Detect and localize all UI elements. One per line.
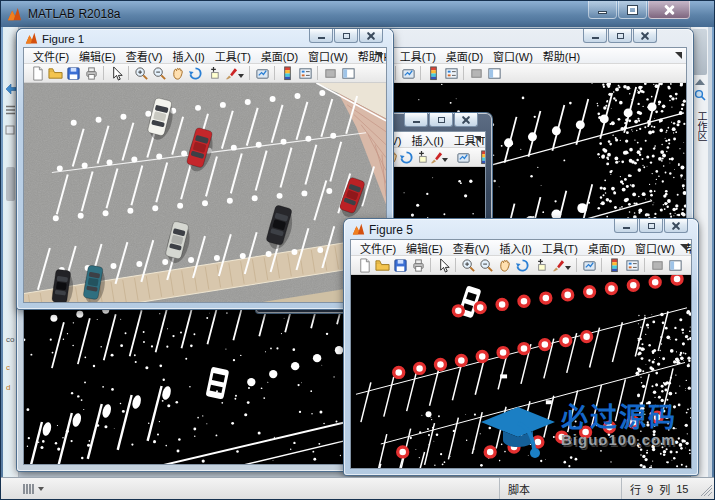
close-button[interactable] [359, 29, 383, 43]
menu-item-5[interactable]: 桌面(D) [256, 48, 303, 64]
collapse-arrow-icon[interactable] [695, 79, 705, 85]
menu-item-6[interactable]: 窗口(W) [488, 48, 538, 64]
pointer-icon[interactable] [107, 65, 125, 81]
menu-item-5[interactable]: 桌面(D) [583, 240, 630, 256]
menu-item-4[interactable]: 工具(T) [395, 48, 441, 64]
maximize-button[interactable] [608, 29, 632, 43]
panel-icon[interactable] [5, 125, 15, 135]
show-plot-tools-icon[interactable] [666, 257, 684, 273]
insert-colorbar-icon[interactable] [605, 257, 623, 273]
data-cursor-icon[interactable] [204, 65, 222, 81]
zoom-out-icon[interactable] [477, 257, 495, 273]
menu-item-5[interactable]: 桌面(D) [441, 48, 488, 64]
workspace-tab-label[interactable]: 工作区 [691, 111, 709, 141]
insert-colorbar-icon[interactable] [278, 65, 296, 81]
brush-dropdown-icon[interactable] [238, 74, 244, 78]
menu-item-1[interactable]: 编辑(E) [74, 48, 121, 64]
brush-dropdown-icon[interactable] [565, 266, 571, 270]
insert-legend-icon[interactable] [296, 65, 314, 81]
insert-colorbar-icon[interactable] [424, 65, 442, 81]
menu-item-7[interactable]: 帮助(H) [538, 48, 585, 64]
insert-colorbar-icon[interactable] [477, 149, 486, 165]
hide-plot-tools-icon[interactable] [467, 65, 485, 81]
new-file-icon[interactable] [28, 65, 46, 81]
minimize-button[interactable] [404, 113, 428, 127]
close-button[interactable] [633, 29, 657, 43]
brush-icon[interactable] [429, 149, 444, 165]
brush-icon[interactable] [222, 65, 240, 81]
show-plot-tools-icon[interactable] [339, 65, 357, 81]
minimize-button[interactable] [588, 1, 617, 19]
dock-pin-icon[interactable] [375, 52, 382, 59]
rotate-3d-icon[interactable] [399, 149, 414, 165]
menu-item-3[interactable]: 插入(I) [494, 240, 536, 256]
menu-item-1[interactable]: 编辑(E) [401, 240, 448, 256]
hide-plot-tools-icon[interactable] [648, 257, 666, 273]
menu-item-4[interactable]: 工具(T) [210, 48, 256, 64]
save-icon[interactable] [391, 257, 409, 273]
list-icon[interactable] [5, 105, 16, 115]
zoom-in-icon[interactable] [459, 257, 477, 273]
close-button[interactable] [648, 1, 690, 19]
left-scrollbar-thumb[interactable] [6, 167, 15, 201]
menu-item-3[interactable]: 插入(I) [406, 132, 448, 148]
pan-icon[interactable] [495, 257, 513, 273]
clipped-text: d [6, 383, 10, 392]
pan-icon[interactable] [168, 65, 186, 81]
data-cursor-icon[interactable] [531, 257, 549, 273]
open-folder-icon[interactable] [46, 65, 64, 81]
minimize-button[interactable] [309, 29, 333, 43]
menu-item-0[interactable]: 文件(F) [355, 240, 401, 256]
figure-menubar: 文件(F)编辑(E)查看(V)插入(I)工具(T)桌面(D)窗口(W)帮助(H) [24, 48, 386, 64]
figure-window-1[interactable]: Figure 1 文件(F)编辑(E)查看(V)插入(I)工具(T)桌面(D)窗… [17, 29, 393, 309]
rotate-3d-icon[interactable] [186, 65, 204, 81]
search-icon[interactable] [694, 89, 706, 101]
insert-legend-icon[interactable] [442, 65, 460, 81]
menu-item-4[interactable]: 工具(T) [537, 240, 583, 256]
menu-item-0[interactable]: 文件(F) [28, 48, 74, 64]
dock-pin-icon[interactable] [680, 244, 687, 251]
insert-legend-icon[interactable] [623, 257, 641, 273]
rotate-3d-icon[interactable] [513, 257, 531, 273]
close-button[interactable] [454, 113, 478, 127]
pointer-icon[interactable] [434, 257, 452, 273]
menu-item-3[interactable]: 插入(I) [167, 48, 209, 64]
figure-window-5[interactable]: Figure 5 文件(F)编辑(E)查看(V)插入(I)工具(T)桌面(D)窗… [344, 219, 698, 475]
brush-dropdown-icon[interactable] [442, 158, 448, 162]
maximize-button[interactable] [618, 1, 647, 19]
minimize-button[interactable] [583, 29, 607, 43]
menu-item-6[interactable]: 窗口(W) [630, 240, 680, 256]
toolbar-separator [103, 66, 104, 80]
zoom-in-icon[interactable] [132, 65, 150, 81]
open-folder-icon[interactable] [373, 257, 391, 273]
maximize-button[interactable] [334, 29, 358, 43]
zoom-out-icon[interactable] [150, 65, 168, 81]
dock-pin-icon[interactable] [675, 52, 682, 59]
window-controls [587, 1, 690, 19]
print-icon[interactable] [409, 257, 427, 273]
link-plot-icon[interactable] [399, 65, 417, 81]
link-plot-icon[interactable] [253, 65, 271, 81]
data-cursor-icon[interactable] [414, 149, 429, 165]
hide-plot-tools-icon[interactable] [321, 65, 339, 81]
link-plot-icon[interactable] [580, 257, 598, 273]
brush-icon[interactable] [549, 257, 567, 273]
new-file-icon[interactable] [355, 257, 373, 273]
dock-pin-icon[interactable] [474, 136, 481, 143]
menu-item-2[interactable]: 查看(V) [121, 48, 168, 64]
maximize-button[interactable] [639, 219, 663, 233]
column-label: 列 [659, 481, 670, 497]
toolbar-grip[interactable] [23, 484, 44, 494]
show-plot-tools-icon[interactable] [485, 65, 503, 81]
maximize-button[interactable] [429, 113, 453, 127]
resize-grip[interactable] [700, 484, 712, 496]
menu-item-6[interactable]: 窗口(W) [303, 48, 353, 64]
back-arrow-icon[interactable] [5, 83, 17, 95]
link-plot-icon[interactable] [456, 149, 471, 165]
print-icon[interactable] [82, 65, 100, 81]
save-icon[interactable] [64, 65, 82, 81]
minimize-button[interactable] [614, 219, 638, 233]
close-button[interactable] [664, 219, 688, 233]
menu-item-2[interactable]: 查看(V) [448, 240, 495, 256]
figure-title: Figure 1 [42, 33, 84, 45]
